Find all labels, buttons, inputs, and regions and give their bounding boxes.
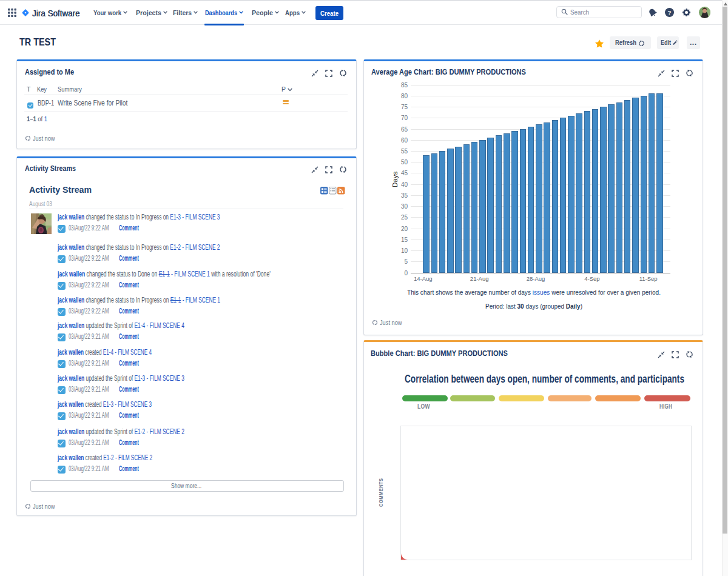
svg-text:?: ?	[667, 9, 671, 16]
